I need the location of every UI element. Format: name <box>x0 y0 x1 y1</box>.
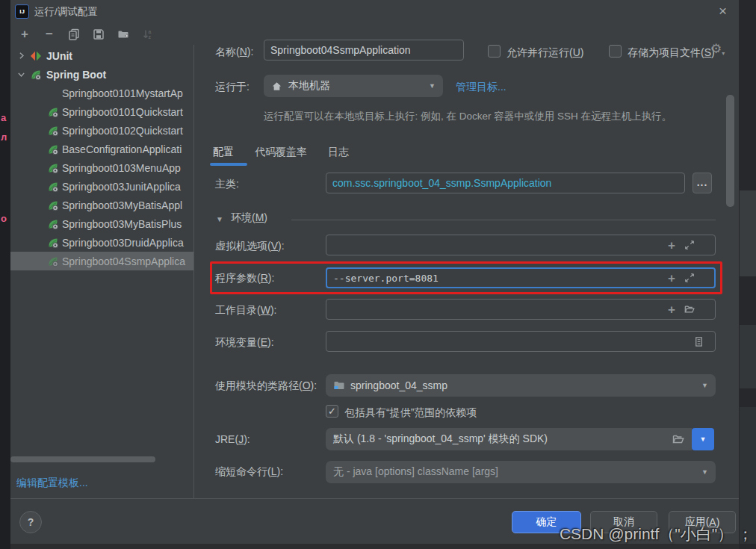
footer-divider <box>10 498 739 499</box>
dialog-title-bar: IJ 运行/调试配置 <box>10 0 739 22</box>
run-target-hint: 运行配置可以在本地或目标上执行: 例如, 在 Docker 容器中或使用 SSH… <box>264 110 672 123</box>
tree-item-label: Springboot0101MystartAp <box>62 87 183 99</box>
tree-item[interactable]: BaseConfigrationApplicati <box>10 140 193 158</box>
main-class-label: 主类: <box>215 178 239 191</box>
environment-variables-label: 环境变量(E): <box>215 336 274 350</box>
spring-boot-icon <box>30 69 42 81</box>
new-folder-button[interactable] <box>117 28 130 41</box>
copy-configuration-button[interactable] <box>67 28 81 41</box>
spring-boot-icon <box>47 125 59 137</box>
name-label: 名称(N): <box>215 46 253 59</box>
jre-label: JRE(J): <box>215 433 250 445</box>
collapse-triangle-icon[interactable]: ▼ <box>216 215 223 223</box>
section-divider <box>291 220 716 220</box>
run-on-select[interactable]: 本地机器 ▼ <box>264 75 443 97</box>
configurations-toolbar: + − <box>10 24 193 45</box>
run-on-value: 本地机器 <box>288 79 330 93</box>
tree-item[interactable]: Springboot03JunitApplica <box>10 177 193 196</box>
list-icon[interactable] <box>693 336 704 347</box>
spring-boot-icon <box>47 237 59 249</box>
configuration-tabs: 配置 代码覆盖率 日志 <box>213 146 349 159</box>
spring-boot-icon <box>47 181 59 193</box>
help-button[interactable]: ? <box>19 511 42 533</box>
tree-item[interactable]: Springboot03DruidApplica <box>10 233 193 252</box>
remove-configuration-button[interactable]: − <box>43 28 56 41</box>
active-tab-underline <box>210 163 247 166</box>
tree-item-selected[interactable]: Springboot04SsmpApplica <box>10 252 193 270</box>
browse-main-class-button[interactable]: ... <box>693 173 712 193</box>
manage-targets-link[interactable]: 管理目标... <box>456 81 506 94</box>
tree-item[interactable]: Springboot03MyBatisAppl <box>10 196 193 214</box>
gear-icon[interactable]: ⚙▾ <box>710 41 725 57</box>
program-arguments-input[interactable] <box>326 267 716 288</box>
tree-item-label: Springboot03JunitApplica <box>62 181 181 193</box>
tree-item[interactable]: Springboot0103MenuApp <box>10 158 193 177</box>
save-configuration-button[interactable] <box>92 28 105 41</box>
store-as-project-file-checkbox[interactable] <box>609 45 622 58</box>
chevron-right-icon[interactable] <box>16 51 26 61</box>
working-directory-input[interactable] <box>326 299 716 320</box>
tree-item-label: Springboot03MyBatisAppl <box>62 199 182 211</box>
include-provided-checkbox[interactable]: ✓ <box>326 405 338 418</box>
background-code-fragment: a <box>1 112 6 123</box>
allow-parallel-label: 允许并行运行(U) <box>506 46 583 60</box>
expand-field-icon[interactable] <box>684 273 695 283</box>
add-icon[interactable]: + <box>668 239 675 252</box>
add-icon[interactable]: + <box>668 272 675 285</box>
spring-boot-icon <box>47 162 59 174</box>
allow-parallel-checkbox[interactable] <box>488 45 501 58</box>
tab-code-coverage[interactable]: 代码覆盖率 <box>255 146 307 159</box>
jre-select[interactable]: 默认 (1.8 - 'springboot_04_ssmp' 模块的 SDK) <box>326 428 692 450</box>
tree-item[interactable]: Springboot0102Quickstart <box>10 121 193 140</box>
sort-configurations-button[interactable] <box>141 28 155 41</box>
tree-item-label: Springboot04SsmpApplica <box>62 255 185 267</box>
environment-variables-field-icons <box>693 331 704 352</box>
store-as-project-file-label: 存储为项目文件(S) <box>628 46 715 60</box>
spring-boot-icon <box>47 199 59 211</box>
background-code-fragment: o <box>1 213 7 224</box>
tree-item-label: Springboot0103MenuApp <box>62 162 181 174</box>
name-input[interactable] <box>264 40 464 61</box>
tree-item-label: Springboot0102Quickstart <box>62 125 183 137</box>
intellij-logo-icon: IJ <box>15 4 29 19</box>
environment-variables-input[interactable] <box>326 331 716 352</box>
junit-icon <box>30 50 42 62</box>
dialog-title: 运行/调试配置 <box>34 5 98 19</box>
module-classpath-value: springboot_04_ssmp <box>350 379 447 391</box>
environment-section-label: 环境(M) <box>231 211 267 225</box>
tree-group-junit[interactable]: JUnit <box>10 46 193 65</box>
tree-horizontal-scrollbar[interactable] <box>10 456 155 462</box>
folder-icon[interactable] <box>684 304 695 314</box>
tree-item[interactable]: Springboot0101MystartAp <box>10 84 193 102</box>
folder-icon[interactable] <box>672 433 684 445</box>
module-classpath-select[interactable]: springboot_04_ssmp ▼ <box>326 374 716 397</box>
chevron-down-icon[interactable] <box>16 69 26 79</box>
tree-group-spring-boot[interactable]: Spring Boot <box>10 65 193 84</box>
form-vertical-scrollbar[interactable] <box>726 95 734 207</box>
background-app-left-strip: a л o <box>0 0 10 549</box>
background-app-right-strip <box>739 0 756 549</box>
background-window-patch <box>740 190 756 276</box>
main-class-input[interactable]: com.ssc.springboot_04_ssmp.SsmpApplicati… <box>326 173 685 193</box>
shorten-cmdline-value: 无 - java [options] className [args] <box>333 465 498 479</box>
tree-item-label: Springboot0101Quickstart <box>62 106 183 118</box>
expand-field-icon[interactable] <box>684 240 695 250</box>
add-icon[interactable]: + <box>668 303 675 316</box>
add-configuration-button[interactable]: + <box>18 28 31 41</box>
panel-divider <box>193 45 194 498</box>
module-classpath-label: 使用模块的类路径(O): <box>215 379 317 393</box>
tree-item[interactable]: Springboot0101Quickstart <box>10 102 193 121</box>
shorten-cmdline-select[interactable]: 无 - java [options] className [args] ▼ <box>326 461 716 483</box>
configurations-tree: JUnit Spring Boot Springboot0101MystartA… <box>10 46 193 270</box>
edit-configuration-templates-link[interactable]: 编辑配置模板... <box>16 477 88 490</box>
vm-options-input[interactable] <box>326 235 716 255</box>
jre-dropdown-button[interactable]: ▼ <box>692 428 714 450</box>
chevron-down-icon: ▼ <box>701 468 708 476</box>
tree-item[interactable]: Springboot03MyBatisPlus <box>10 214 193 233</box>
csdn-watermark: CSDN @printf（"小白"） ； <box>448 524 753 545</box>
chevron-down-icon: ▼ <box>429 82 436 90</box>
tab-configuration[interactable]: 配置 <box>213 146 234 159</box>
tab-logs[interactable]: 日志 <box>328 146 349 159</box>
close-icon[interactable]: × <box>719 3 727 19</box>
spring-boot-icon <box>47 106 59 118</box>
